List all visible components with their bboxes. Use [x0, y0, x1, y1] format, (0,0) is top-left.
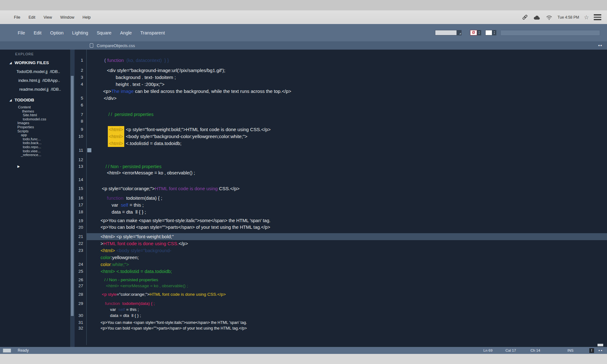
code-line-text: data = dta ll { } ;	[86, 209, 607, 215]
code-lines: 1( function (ko, datacontext) } }2<div s…	[75, 57, 607, 331]
code-token: / / Non - persisted properties	[106, 164, 162, 169]
tree-item[interactable]: todo.viee...	[0, 149, 70, 153]
tree-item[interactable]: todo.repo...	[0, 145, 70, 149]
link-icon[interactable]	[522, 14, 528, 21]
line-number	[75, 170, 86, 176]
editor-scrollbar-thumb[interactable]	[598, 344, 603, 346]
tab-overflow-dots[interactable]: ••	[598, 43, 603, 48]
toolbar-item-lighting[interactable]: Lighting	[72, 30, 88, 35]
code-token: <p style	[102, 292, 117, 297]
gutter-marker[interactable]	[87, 148, 91, 152]
line-number: 28	[75, 291, 86, 297]
tree-item[interactable]: Images	[0, 121, 70, 125]
no-fill-icon: Ø	[470, 30, 477, 35]
line-number: 15	[75, 185, 86, 192]
tree-item[interactable]: todo.back...	[0, 141, 70, 145]
code-token: :yellowgreen;	[111, 255, 139, 260]
toolbar-item-edit[interactable]: Edit	[34, 30, 41, 35]
code-line-text: <div style="background-image:url('/pix/s…	[86, 67, 607, 74]
os-bottom-band	[0, 354, 607, 364]
code-row: 20<p>You can bold <span style="">parts</…	[75, 224, 607, 231]
code-line-text: <p style="color:orange;">HTML font code …	[86, 291, 607, 297]
menu-icon[interactable]	[594, 14, 601, 20]
dropdown-arrow-icon[interactable]: ◢	[457, 30, 461, 35]
line-number	[75, 306, 86, 312]
toolbar-input[interactable]	[500, 30, 600, 36]
code-line-text: background . text- todoitem ;	[86, 74, 607, 81]
menu-item-file[interactable]: File	[14, 15, 20, 20]
sidebar-scrollbar[interactable]	[70, 50, 75, 347]
code-line-text: function todoitem(data) { ;	[86, 300, 607, 306]
stepper-arrows-icon[interactable]: ▲▼	[492, 30, 496, 35]
code-line-text: <html> <errorMessage = ko , observable()…	[86, 170, 607, 176]
working-file-item[interactable]: TodoIDB.model.jj /IDB..	[0, 69, 70, 74]
tree-item[interactable]: _reference...	[0, 153, 70, 157]
tree-item[interactable]: todomodel.css	[0, 117, 70, 121]
code-line-text: <p style="color:orange;">HTML font code …	[86, 185, 607, 192]
status-dots[interactable]: ••	[598, 348, 603, 353]
stepper-arrows-icon[interactable]: ▲▼	[477, 30, 481, 35]
menu-item-view[interactable]: View	[44, 15, 52, 20]
menu-item-help[interactable]: Help	[83, 15, 91, 20]
tree-item[interactable]: themes	[0, 109, 70, 113]
status-line: Ln 69	[483, 349, 493, 352]
code-row: color:yellowgreen;	[75, 254, 607, 261]
tree-item[interactable]: Properties	[0, 125, 70, 129]
code-row: 31<p>You can make <span style="font-styl…	[75, 320, 607, 325]
code-token: function	[107, 195, 124, 201]
menu-item-window[interactable]: Window	[60, 15, 74, 20]
code-token: self	[120, 202, 128, 208]
tree-item[interactable]: Content	[0, 105, 70, 109]
os-top-band	[0, 0, 607, 10]
code-token: height . text - :200px;">	[116, 82, 164, 87]
wifi-icon[interactable]	[545, 14, 553, 21]
working-file-item[interactable]: index.html.jj /IDBApp..	[0, 78, 70, 83]
toolbar-item-transparent[interactable]: Transparent	[140, 30, 165, 35]
working-files-header[interactable]: ◢ WORKING FILES	[0, 60, 70, 65]
code-row: 17var self = this ;	[75, 202, 607, 209]
code-token: / / persisted properties	[108, 112, 153, 117]
code-editor[interactable]: 1( function (ko, datacontext) } }2<div s…	[75, 50, 607, 347]
tree-item[interactable]: app	[0, 133, 70, 137]
menu-item-edit[interactable]: Edit	[28, 15, 35, 20]
tree-item[interactable]: Site.html	[0, 113, 70, 117]
tree-item[interactable]: Scripts	[0, 129, 70, 133]
code-line-text: <html><body style="background-color:yell…	[86, 133, 607, 140]
collapsed-item-arrow-icon[interactable]: ▶	[0, 165, 70, 168]
line-number: 3	[75, 74, 86, 81]
code-row: 11	[75, 147, 607, 154]
main-area: EXPLORE ◢ WORKING FILES TodoIDB.model.jj…	[0, 50, 607, 347]
code-row: <html> <errorMessage = ko , observable()…	[75, 170, 607, 176]
toolbar-item-square[interactable]: Square	[97, 30, 112, 35]
line-number: 4	[75, 81, 86, 88]
code-token: HTML font code is done using	[155, 186, 219, 191]
code-token: data = dta ll { } ;	[110, 313, 141, 318]
toolbar-stepper-fill[interactable]: Ø ▲▼	[470, 30, 481, 35]
code-line-text: var self = this ;	[86, 306, 607, 312]
tree-item[interactable]: todo.func...	[0, 137, 70, 141]
code-token: data = dta ll { } ;	[112, 209, 146, 215]
code-token: todoitem(data) { ;	[120, 301, 155, 306]
code-row: 15<p style="color:orange;">HTML font cod…	[75, 185, 607, 192]
toolbar-item-file[interactable]: File	[18, 30, 25, 35]
code-token: can be tiled across the background, whil…	[134, 88, 291, 94]
tab-title: CompareObjects.css	[97, 43, 135, 48]
status-grip[interactable]	[3, 349, 11, 353]
toolbar-stepper-color[interactable]: ▲▼	[485, 30, 496, 35]
tab-compareobjects[interactable]: CompareObjects.css	[0, 43, 135, 48]
todoidb-header[interactable]: ◢ TODOIDB	[0, 98, 70, 102]
working-file-item[interactable]: readme.model.jj /IDB..	[0, 87, 70, 92]
code-line-text: function todoitem(data) { ;	[86, 195, 607, 202]
line-number: 7	[75, 111, 86, 118]
toolbar-item-option[interactable]: Option	[50, 30, 64, 35]
star-icon[interactable]: ☆	[584, 15, 589, 20]
scrollbar-thumb[interactable]	[71, 76, 74, 316]
code-row: 12	[75, 156, 607, 163]
code-row: 27<html> <errorMessage = ko , observable…	[75, 283, 607, 289]
toolbar-item-angle[interactable]: Angle	[120, 30, 132, 35]
cloud-icon[interactable]	[533, 14, 541, 21]
code-token: background . text- todoitem ;	[116, 75, 176, 80]
toolbar-dropdown[interactable]: ◢	[435, 30, 462, 35]
code-token: <p>You can bold <span style="">parts</sp…	[101, 225, 270, 230]
code-line-text: <p>You can make <span style="font-style:…	[86, 217, 607, 224]
